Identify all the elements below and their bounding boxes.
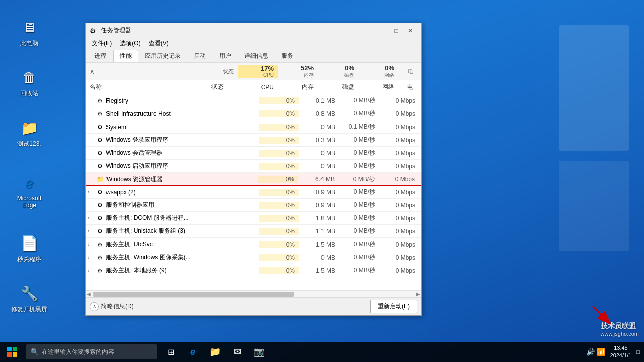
sort-name-col: ∧ (88, 68, 197, 75)
process-disk: 0 MB/秒 (339, 96, 379, 105)
taskbar-search[interactable]: 🔍 在这里输入你要搜索的内容 (26, 344, 157, 359)
taskbar-right: 🔊 📶 13:45 2024/1/1 □ (586, 344, 644, 360)
hscroll-thumb[interactable] (93, 292, 294, 297)
watermark-url: www.jsgho.com (601, 331, 639, 337)
window-controls: — □ ✕ (375, 24, 417, 38)
table-row[interactable]: ›⚙服务主机: Unistack 服务组 (3)0%1.1 MB0 MB/秒0 … (86, 225, 421, 238)
sort-col-net[interactable]: 0% 网络 (358, 64, 398, 79)
menu-file[interactable]: 文件(F) (88, 38, 116, 49)
process-icon: ⚙ (96, 136, 104, 144)
sort-col-status: 状态 (197, 68, 238, 75)
desktop-icon-repair[interactable]: 🔧 修复开机黑屏 (9, 281, 49, 316)
expand-arrow[interactable]: › (88, 189, 96, 195)
desktop-icon-this-pc[interactable]: 🖥 此电脑 (9, 15, 49, 50)
camera-taskbar-icon[interactable]: 📷 (249, 342, 269, 362)
desktop-icon-shutdown[interactable]: 📄 秒关程序 (9, 231, 49, 266)
shutdown-icon: 📄 (19, 233, 39, 253)
edge-taskbar-icon[interactable]: e (183, 342, 203, 362)
tab-performance[interactable]: 性能 (113, 50, 138, 62)
process-cpu: 0% (258, 176, 298, 183)
col-header-net[interactable]: 网络 (358, 83, 398, 91)
restart-button[interactable]: 重新启动(E) (370, 300, 417, 313)
table-row[interactable]: ›⚙服务主机: Windows 图像采集(...0%0 MB0 MB/秒0 Mb… (86, 251, 421, 264)
table-row[interactable]: ⚙Windows 会话管理器0%0 MB0 MB/秒0 Mbps (86, 147, 421, 160)
taskbar-clock[interactable]: 13:45 2024/1/1 (610, 344, 632, 360)
process-cpu: 0% (259, 215, 299, 222)
process-mem: 1.8 MB (299, 215, 339, 222)
explorer-taskbar-icon[interactable]: 📁 (205, 342, 225, 362)
table-row[interactable]: ⚙Registry0%0.1 MB0 MB/秒0 Mbps (86, 94, 421, 107)
process-icon: ⚙ (96, 97, 104, 105)
table-row[interactable]: ›⚙服务主机: DCOM 服务器进程...0%1.8 MB0 MB/秒0 Mbp… (86, 212, 421, 225)
tab-startup[interactable]: 启动 (187, 50, 212, 62)
expand-arrow[interactable]: › (88, 255, 96, 260)
col-header-elec[interactable]: 电 (398, 83, 413, 91)
tab-processes[interactable]: 进程 (88, 50, 113, 62)
edge-label: Microsoft Edge (11, 195, 47, 209)
col-header-mem[interactable]: 内存 (278, 83, 318, 91)
tabs: 进程 性能 应用历史记录 启动 用户 详细信息 服务 (86, 49, 421, 62)
column-header-row: 名称 状态 CPU 内存 磁盘 网络 电 (86, 80, 421, 94)
sort-col-elec[interactable]: 电 (398, 68, 413, 75)
process-icon: ⚙ (96, 267, 104, 275)
col-header-name[interactable]: 名称 (88, 83, 197, 91)
tab-users[interactable]: 用户 (212, 50, 238, 62)
table-row[interactable]: ⚙System0%0 MB0.1 MB/秒0 Mbps (86, 120, 421, 134)
tab-services[interactable]: 服务 (275, 50, 300, 62)
process-disk: 0 MB/秒 (339, 240, 379, 249)
expand-arrow[interactable]: › (88, 228, 96, 234)
expand-arrow[interactable]: › (88, 215, 96, 221)
desktop-icon-test-folder[interactable]: 📁 测试123. (9, 115, 49, 150)
process-mem: 0.1 MB (299, 97, 339, 104)
expand-arrow[interactable]: › (88, 242, 96, 247)
table-row[interactable]: ⚙Shell Infrastructure Host0%0.8 MB0 MB/秒… (86, 107, 421, 120)
test-folder-label: 测试123. (17, 140, 41, 148)
watermark: 技术员联盟 www.jsgho.com (601, 322, 639, 337)
process-disk: 0 MB/秒 (339, 253, 379, 262)
net-percent: 0% (358, 64, 394, 72)
mail-taskbar-icon[interactable]: ✉ (227, 342, 247, 362)
table-row[interactable]: ⚙服务和控制器应用0%0.9 MB0 MB/秒0 Mbps (86, 199, 421, 212)
process-disk: 0 MB/秒 (339, 214, 379, 222)
notification-icon[interactable]: □ (636, 349, 640, 355)
tab-app-history[interactable]: 应用历史记录 (138, 50, 187, 62)
table-row[interactable]: ⚙Windows 登录应用程序0%0.3 MB0 MB/秒0 Mbps (86, 134, 421, 147)
col-header-disk[interactable]: 磁盘 (318, 83, 358, 91)
table-row[interactable]: ›⚙服务主机: UtcSvc0%1.5 MB0 MB/秒0 Mbps (86, 238, 421, 251)
table-row[interactable]: 📁Windows 资源管理器0%6.4 MB0 MB/秒0 Mbps (86, 173, 421, 186)
close-button[interactable]: ✕ (403, 24, 417, 38)
col-header-status[interactable]: 状态 (197, 83, 238, 91)
menu-view[interactable]: 查看(V) (145, 38, 173, 49)
taskview-icon[interactable]: ⊞ (161, 342, 181, 362)
mem-percent: 52% (278, 64, 314, 72)
sort-status-label: 状态 (223, 68, 234, 74)
menu-options[interactable]: 选项(O) (116, 38, 144, 49)
table-row[interactable]: ⚙Windows 启动应用程序0%0 MB0 MB/秒0 Mbps (86, 160, 421, 173)
sort-col-disk[interactable]: 0% 磁盘 (318, 64, 358, 79)
sort-col-mem[interactable]: 52% 内存 (278, 64, 318, 79)
col-header-cpu[interactable]: CPU (238, 84, 278, 91)
sort-col-cpu[interactable]: 17% CPU (238, 65, 278, 78)
process-icon: ⚙ (96, 254, 104, 262)
start-button[interactable] (0, 342, 24, 362)
task-manager-window: ⚙ 任务管理器 — □ ✕ 文件(F) 选项(O) 查看(V) 进程 性能 应用… (85, 23, 422, 316)
horizontal-scrollbar[interactable]: ◀ ▶ (86, 290, 421, 297)
maximize-button[interactable]: □ (389, 24, 403, 38)
process-net: 0 Mbps (379, 124, 419, 131)
expand-summary-btn[interactable]: ∧ (90, 302, 99, 311)
minimize-button[interactable]: — (375, 24, 389, 38)
process-name: 服务主机: DCOM 服务器进程... (106, 214, 219, 222)
desktop-icon-recycle-bin[interactable]: 🗑 回收站 (9, 65, 49, 100)
hscroll-left[interactable]: ◀ (86, 291, 92, 298)
table-row[interactable]: ›⚙wsappx (2)0%0.9 MB0 MB/秒0 Mbps (86, 186, 421, 199)
this-pc-label: 此电脑 (20, 39, 38, 48)
summary-label[interactable]: 简略信息(D) (101, 302, 134, 311)
process-icon: ⚙ (96, 201, 104, 209)
hscroll-right[interactable]: ▶ (415, 291, 421, 298)
process-cpu: 0% (259, 97, 299, 104)
statusbar: ∧ 简略信息(D) 重新启动(E) (86, 297, 421, 315)
table-row[interactable]: ›⚙服务主机: 本地服务 (9)0%1.5 MB0 MB/秒0 Mbps (86, 264, 421, 277)
tab-details[interactable]: 详细信息 (238, 50, 275, 62)
desktop-icon-edge[interactable]: ℯ Microsoft Edge (9, 171, 49, 211)
expand-arrow[interactable]: › (88, 268, 96, 273)
